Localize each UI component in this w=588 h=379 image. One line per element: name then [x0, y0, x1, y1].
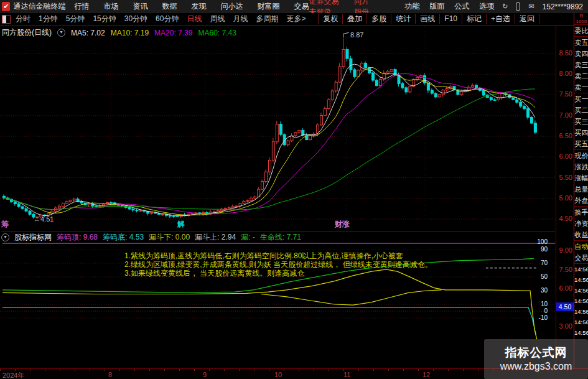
indicator-legend: 筹码顶: 9.68筹码底: 4.53漏斗下: 0.00漏斗上: 2.94漏: -…: [57, 232, 301, 243]
event-badge[interactable]: 筹: [1, 219, 9, 230]
phone-icon[interactable]: [516, 2, 520, 11]
sidebar-item[interactable]: 涨幅: [574, 172, 588, 184]
menu-item[interactable]: 市场: [103, 1, 118, 12]
price-axis-label: 3.00: [556, 322, 572, 330]
chart-tool-button[interactable]: 多股: [366, 14, 391, 24]
menu-item[interactable]: 公式: [454, 1, 469, 12]
menu-item[interactable]: 行情: [74, 1, 89, 12]
chart-header: 同方股份(日线) ▾ MA5: 7.02MA10: 7.19MA20: 7.39…: [2, 27, 236, 38]
scale-axis-label: 0: [530, 307, 548, 314]
period-tab[interactable]: 周线: [210, 14, 225, 24]
menu-item[interactable]: 财富圈: [257, 1, 279, 12]
price-axis-label: 6.00: [556, 284, 572, 292]
sidebar-item[interactable]: 换手: [574, 207, 588, 218]
chart-tool-button[interactable]: 画线: [415, 14, 439, 24]
menu-item[interactable]: 问小达: [220, 1, 243, 12]
tdx-logo-icon[interactable]: ✔: [2, 2, 10, 11]
menu-item[interactable]: 发现: [191, 1, 206, 12]
sidebar-group-weibi: 委比: [574, 25, 588, 37]
sidebar-item[interactable]: 卖四: [574, 48, 588, 59]
sidebar-item[interactable]: 涨跌: [574, 161, 588, 172]
period-tab[interactable]: 5分钟: [66, 14, 85, 24]
auto-trade-button[interactable]: 自动: [574, 241, 588, 252]
menu-item[interactable]: 选项: [479, 1, 494, 12]
trade-button[interactable]: 交易: [574, 252, 588, 263]
sidebar-item[interactable]: 卖五: [574, 37, 588, 48]
mail-icon[interactable]: ✉: [528, 2, 534, 11]
sidebar-item[interactable]: 卖三: [574, 59, 588, 70]
chart-tool-button[interactable]: 标记: [462, 14, 486, 24]
sidebar-item[interactable]: 总量: [574, 184, 588, 195]
menu-item[interactable]: 资讯: [133, 1, 147, 12]
indicator-value: 漏斗上: 2.94: [195, 232, 236, 243]
indicator-header: ▾ 股标指标网 筹码顶: 9.68筹码底: 4.53漏斗下: 0.00漏斗上: …: [1, 231, 555, 242]
scale-axis-label: 90: [530, 246, 548, 253]
menu-item[interactable]: 交易: [294, 1, 309, 12]
price-axis-label: 6.50: [556, 132, 572, 139]
chart-tool-button[interactable]: +自选: [486, 14, 515, 24]
price-axis-label: 5.50: [556, 174, 572, 181]
indicator-value: 生命线: 7.71: [260, 232, 301, 243]
ma-value: MA20: 7.39: [154, 29, 192, 37]
account-phone-number: 152****9892: [543, 2, 583, 11]
period-tab[interactable]: 30分钟: [124, 14, 147, 24]
period-toolbar: 分时1分钟5分钟15分钟30分钟60分钟日线周线月线多周期更多> 复权叠加多股统…: [0, 13, 588, 26]
event-badge[interactable]: 财涨: [335, 219, 350, 230]
sidebar-item[interactable]: 卖二: [574, 70, 588, 82]
menu-item[interactable]: 版面: [429, 1, 444, 12]
sidebar-item[interactable]: 净资: [574, 218, 588, 229]
price-axis-label: 7.50: [556, 90, 572, 98]
sidebar-group-sell: 卖五卖四卖三卖二卖一: [574, 37, 588, 93]
period-tab[interactable]: 分时: [16, 14, 30, 24]
sidebar-item[interactable]: 买一: [574, 93, 588, 105]
chart-tool-button[interactable]: 叠加: [342, 14, 366, 24]
scale-axis-label: 10: [530, 301, 548, 307]
price-axis-label: 9.00: [556, 246, 572, 254]
high-price-note: 8.87: [350, 31, 363, 39]
chevron-down-icon[interactable]: ▾: [1, 233, 9, 241]
lot-size: 1000: [574, 19, 588, 24]
chart-tool-button[interactable]: 返回: [515, 14, 539, 24]
price-chart-canvas[interactable]: [0, 25, 574, 368]
period-tab[interactable]: 多周期: [256, 14, 278, 24]
restore-flag: R: [574, 13, 588, 19]
scale-axis-label: 30: [530, 287, 548, 294]
sidebar-group-trade: 自动 交易: [574, 241, 588, 264]
menu-item[interactable]: 数据: [162, 1, 177, 12]
sidebar-item[interactable]: 委比: [574, 25, 588, 36]
sidebar-item[interactable]: 买三: [574, 116, 588, 127]
period-tab[interactable]: 日线: [187, 14, 202, 24]
sidebar-item[interactable]: 买五: [574, 138, 588, 149]
indicator-title[interactable]: 股标指标网: [14, 232, 52, 243]
chart-tool-button[interactable]: 复权: [318, 14, 342, 24]
refresh-icon[interactable]: ↻: [502, 2, 508, 11]
sidebar-item[interactable]: 买二: [574, 105, 588, 116]
tick-time-list: 14:5614:5614:5614:5614:5614:5614:56: [574, 264, 588, 338]
period-tab[interactable]: 1分钟: [39, 14, 58, 24]
indicator-value: 筹码底: 4.53: [103, 232, 144, 243]
tick-time: 14:56: [574, 264, 588, 274]
app-title: 通达信金融终端: [13, 1, 65, 12]
period-tab[interactable]: 月线: [233, 14, 248, 24]
chevron-down-icon[interactable]: ▾: [57, 29, 65, 37]
period-tab[interactable]: 15分钟: [93, 14, 116, 24]
sidebar-item[interactable]: 外盘: [574, 195, 588, 206]
sidebar-item[interactable]: 买四: [574, 127, 588, 138]
price-axis-label: 5.00: [556, 194, 572, 202]
watermark: 指标公式网 www.zbgs3.com: [484, 339, 588, 379]
menu-item[interactable]: 功能: [404, 1, 419, 12]
low-price-note: ←4.51: [34, 215, 54, 223]
layout-toggle-icon[interactable]: [2, 15, 11, 24]
price-axis-label: 8.50: [556, 49, 572, 57]
sidebar-item[interactable]: 收益: [574, 229, 588, 240]
scale-axis-label: 70: [530, 260, 548, 266]
chart-tool-button[interactable]: 统计: [391, 14, 415, 24]
period-tab[interactable]: 更多>: [286, 14, 306, 24]
price-axis-label: 8.00: [556, 70, 572, 77]
sidebar-item[interactable]: 卖一: [574, 82, 588, 93]
sidebar-item[interactable]: 现价: [574, 150, 588, 161]
chart-tool-button[interactable]: F10: [439, 14, 462, 24]
event-badge[interactable]: 解: [177, 219, 185, 230]
period-tab[interactable]: 60分钟: [156, 14, 179, 24]
chart-title: 同方股份(日线): [2, 27, 52, 38]
